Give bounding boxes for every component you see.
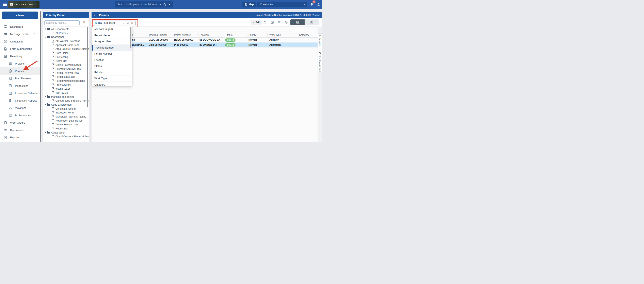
tree-item-all-permits[interactable]: All Permits <box>43 31 89 35</box>
sidebar-item-form-submissions[interactable]: Form Submissions <box>0 45 40 53</box>
tree-item-permit-renewal-test[interactable]: Permit Renewal Test <box>43 71 89 75</box>
tree-label: Fee testing <box>56 56 68 58</box>
sidebar-item-complaints[interactable]: Complaints <box>0 38 40 45</box>
grid-header-priority[interactable]: Priority <box>248 32 256 37</box>
tree-item-inspection-form[interactable]: Inspection Form <box>43 111 89 115</box>
tree-item-professionals[interactable]: Professionals <box>43 83 89 87</box>
tree-folder-planning-and-zoning[interactable]: Planning and Zoning <box>43 95 89 99</box>
sidebar-item-documents[interactable]: Documents <box>0 126 40 134</box>
permit-search-input[interactable]: BLDG-25-000009 ✕ <box>93 20 136 26</box>
search-icon[interactable] <box>163 3 166 6</box>
app-logo[interactable]: CITY OF CONNECT <box>8 0 40 8</box>
dropdown-option-assigned-user[interactable]: Assigned User <box>92 38 132 45</box>
rail-tab-columns[interactable]: Columns <box>318 33 322 50</box>
dropdown-scrollbar[interactable] <box>130 27 132 48</box>
filter-search-input[interactable]: Search by name... <box>44 20 80 25</box>
grid-header-location[interactable]: Location <box>200 32 208 37</box>
expand-arrow-icon[interactable] <box>45 104 46 105</box>
clear-search-icon[interactable]: ✕ <box>130 21 134 25</box>
expand-arrow-icon[interactable] <box>45 96 46 97</box>
chevron-left-icon[interactable] <box>34 33 36 35</box>
grid-header-category[interactable]: Category <box>299 32 309 37</box>
dropdown-option-status[interactable]: Status <box>92 63 132 69</box>
sidebar-scrollbar[interactable] <box>40 11 41 142</box>
expand-arrow-icon[interactable] <box>45 132 46 133</box>
tree-item-permit-settings-test[interactable]: Permit Settings Test <box>43 123 89 127</box>
tree-item-new-form[interactable]: New Form <box>43 59 89 63</box>
new-button[interactable]: + New <box>2 11 38 19</box>
grid-header-permit-number[interactable]: Permit Number <box>174 32 190 37</box>
sidebar-item-professionals[interactable]: Professionals <box>0 112 40 119</box>
dropdown-option-work-type[interactable]: Work Type <box>92 75 132 82</box>
dropdown-option-category[interactable]: Category <box>92 82 132 88</box>
sidebar-item-permitting[interactable]: Permitting <box>0 53 40 60</box>
dropdown-option-permit-number[interactable]: Permit Number <box>92 51 132 57</box>
department-select[interactable]: Construction <box>258 1 307 7</box>
grid-header-work-type[interactable]: Work Type <box>269 32 281 37</box>
tree-item-notification-settings-test[interactable]: Notification Settings Test <box>43 119 89 123</box>
sidebar-item-violations[interactable]: Violations <box>0 104 40 112</box>
dropdown-option-permit-name[interactable]: Permit Name <box>92 32 132 39</box>
document-icon <box>52 127 54 130</box>
hamburger-menu-icon[interactable] <box>3 3 7 6</box>
grid-header-tracking-number[interactable]: Tracking Number <box>149 32 167 37</box>
tree-item-test-12-15[interactable]: Test_12.15 <box>43 91 89 95</box>
tree-item-partial[interactable] <box>43 139 89 142</box>
tree-item-permit-status-test[interactable]: Permit status test <box>43 75 89 79</box>
chevron-down-icon[interactable] <box>34 55 36 57</box>
sidebar-item-permits[interactable]: Permits <box>0 67 40 75</box>
expand-arrow-icon[interactable] <box>45 37 46 38</box>
user-profile-icon[interactable] <box>316 2 321 7</box>
gear-icon[interactable] <box>284 20 288 24</box>
grid-header-status[interactable]: Status <box>226 32 232 37</box>
tree-item-city-of-connect-electrical-perm[interactable]: City of Connect Electrical Perm <box>43 135 89 139</box>
tree-item-municipay-payment-testing[interactable]: Municipay Payment Testing <box>43 115 89 119</box>
sidebar-item-work-orders[interactable]: Work Orders <box>0 119 40 127</box>
tree-item-payment-approval-test[interactable]: Payment Approval Test <box>43 67 89 71</box>
grid-view-toggle[interactable] <box>290 19 304 25</box>
dropdown-option-tracking-number[interactable]: Tracking Number <box>92 45 132 51</box>
sidebar-item-projects[interactable]: Projects <box>0 60 40 67</box>
tree-item-permit-without-inspections[interactable]: Permit without inspections <box>43 79 89 83</box>
tree-folder-unassigned[interactable]: Unassigned <box>43 35 89 39</box>
collapse-panel-icon[interactable]: « <box>92 13 96 17</box>
chevron-down-icon[interactable] <box>160 4 161 5</box>
sidebar-item-inspections[interactable]: Inspections <box>0 82 40 90</box>
tree-item-fee-testing[interactable]: Fee testing <box>43 55 89 59</box>
map-button[interactable]: Map <box>242 1 256 7</box>
dropdown-option-priority[interactable]: Priority <box>92 69 132 76</box>
clear-search-icon[interactable]: ✕ <box>168 3 173 6</box>
tree-item-ag-worker-riverhead[interactable]: AG Worker Riverhead <box>43 39 89 43</box>
tree-item-applicant-name-test[interactable]: Applicant Name Test <box>43 43 89 47</box>
sidebar-item-inspection-reports[interactable]: Inspection Reports <box>0 97 40 104</box>
search-icon[interactable] <box>126 21 130 25</box>
map-view-toggle[interactable] <box>304 19 319 25</box>
tree-item-report-test[interactable]: Report Test <box>43 127 89 131</box>
tree-item-testing-11-26[interactable]: testing_11.26 <box>43 87 89 91</box>
expand-arrow-icon[interactable] <box>45 28 46 29</box>
tree-item-online-payment-setup[interactable]: Online Payment Setup <box>43 63 89 67</box>
chevron-down-icon[interactable] <box>123 23 124 24</box>
dropdown-option-location[interactable]: Location <box>92 57 132 63</box>
tree-item-area-square-footage-question[interactable]: Area Square Footage Question <box>43 47 89 51</box>
tree-folder-code-enforcement[interactable]: Code Enforcement <box>43 103 89 107</box>
tree-item-core-fields[interactable]: Core Fields <box>43 51 89 55</box>
sidebar-item-plan-reviews[interactable]: Plan Reviews <box>0 75 40 82</box>
rail-tab-filter-data-in-grid[interactable]: Filter Data in Grid <box>318 50 322 72</box>
refresh-icon[interactable] <box>263 20 267 24</box>
tree-item-campground-structure-permit[interactable]: Campground Structure Permit <box>43 99 89 103</box>
global-search[interactable]: Search by Property or Unit Address... ✕ <box>115 1 173 7</box>
edit-button[interactable]: Edit <box>251 20 262 25</box>
dropdown-option--all-data-in-grid-[interactable]: (All data in grid) <box>92 26 132 32</box>
tree-scrollbar[interactable] <box>87 27 88 107</box>
clear-filter-search-icon[interactable]: ✕ <box>83 21 86 23</box>
tree-item-certificate-testing[interactable]: Certificate Testing <box>43 107 89 111</box>
sidebar-item-message-center[interactable]: Message Center <box>0 30 40 38</box>
calendar-icon[interactable] <box>270 20 274 24</box>
tree-folder-all-departments[interactable]: All Departments <box>43 27 89 31</box>
filter-icon[interactable] <box>277 20 281 24</box>
tree-folder-construction[interactable]: Construction <box>43 131 89 135</box>
sidebar-item-inspection-calendar[interactable]: Inspection Calendar <box>0 90 40 97</box>
sidebar-item-reports[interactable]: Reports <box>0 134 40 141</box>
sidebar-item-dashboard[interactable]: Dashboard <box>0 23 40 30</box>
